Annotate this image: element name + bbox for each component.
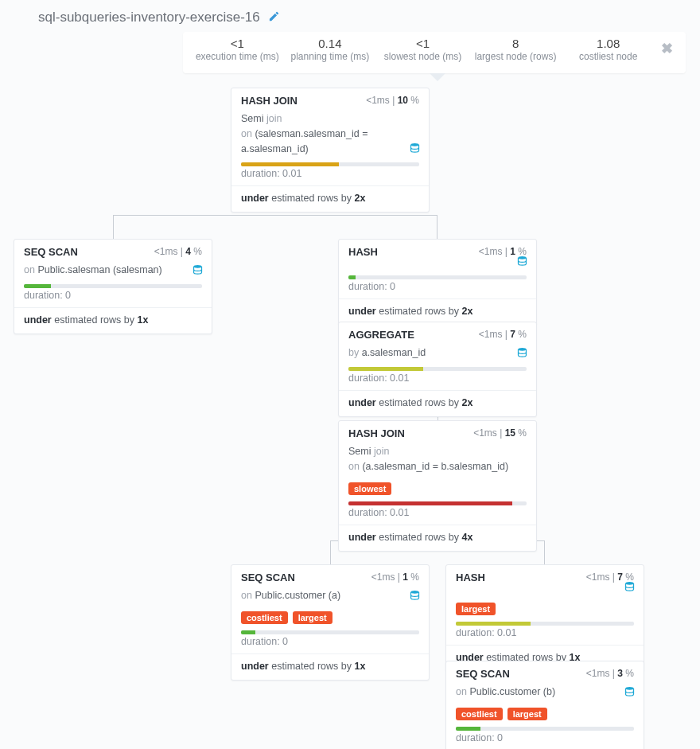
disk-icon [624, 685, 636, 700]
node-hash-2[interactable]: HASH <1ms | 7 % largest duration: 0.01 u… [445, 564, 644, 672]
badge-row: costliest largest [231, 608, 429, 629]
disk-icon [409, 142, 421, 156]
node-detail: by a.salesman_id [339, 344, 536, 365]
disk-icon [409, 589, 421, 603]
svg-point-1 [194, 265, 202, 268]
node-seq-scan-customer-a[interactable]: SEQ SCAN <1ms | 1 % on Public.customer (… [231, 564, 430, 681]
edit-icon[interactable] [268, 10, 280, 25]
stat-value: 0.14 [284, 37, 377, 50]
node-detail: on Public.salesman (salesman) [14, 261, 212, 283]
node-title: SEQ SCAN [241, 572, 295, 583]
svg-point-2 [519, 256, 527, 259]
badge-largest: largest [508, 708, 547, 720]
node-hash-join-inner[interactable]: HASH JOIN <1ms | 15 % Semi join on (a.sa… [338, 420, 537, 552]
badge-row: costliest largest [446, 704, 644, 725]
node-seq-scan-customer-b[interactable]: SEQ SCAN <1ms | 3 % on Public.customer (… [445, 661, 644, 749]
duration-text: duration: 0 [446, 731, 644, 749]
connector [113, 215, 330, 239]
node-meta: <1ms | 4 % [154, 246, 202, 258]
title-bar: sql-subqueries-inventory-exercise-16 [0, 0, 700, 32]
node-meta: <1ms | 1 % [371, 572, 419, 583]
svg-point-0 [411, 143, 419, 146]
duration-text: duration: 0.01 [339, 505, 536, 525]
svg-point-5 [626, 582, 634, 585]
badge-largest: largest [293, 611, 332, 624]
node-title: AGGREGATE [348, 329, 414, 341]
node-hash-1[interactable]: HASH <1ms | 1 % duration: 0 under estima… [338, 239, 537, 326]
node-aggregate[interactable]: AGGREGATE <1ms | 7 % by a.salesman_id du… [338, 322, 537, 417]
stat-exec-time: <1 execution time (ms) [191, 37, 284, 62]
estimate-text: under estimated rows by 4x [339, 525, 536, 551]
disk-icon [192, 263, 204, 278]
node-detail: Semi join on (a.salesman_id = b.salesman… [339, 443, 536, 479]
node-title: HASH JOIN [348, 427, 405, 439]
stat-value: 8 [469, 37, 562, 50]
badge-slowest: slowest [348, 482, 391, 495]
node-hash-join-root[interactable]: HASH JOIN <1ms | 10 % Semi join on (sale… [231, 88, 430, 213]
stat-value: 1.08 [562, 37, 655, 50]
svg-point-6 [626, 687, 634, 690]
duration-text: duration: 0.01 [339, 371, 536, 391]
estimate-text: under estimated rows by 1x [231, 654, 429, 680]
svg-point-3 [519, 348, 527, 351]
node-title: SEQ SCAN [456, 668, 510, 680]
duration-text: duration: 0 [14, 288, 212, 308]
stat-label: costliest node [562, 51, 655, 62]
duration-text: duration: 0 [231, 634, 429, 654]
page-title: sql-subqueries-inventory-exercise-16 [38, 10, 260, 25]
node-meta: <1ms | 3 % [586, 668, 634, 680]
disk-icon [624, 580, 636, 595]
stat-value: <1 [376, 37, 469, 50]
node-seq-scan-salesman[interactable]: SEQ SCAN <1ms | 4 % on Public.salesman (… [14, 239, 212, 334]
node-title: HASH [456, 572, 485, 583]
node-meta: <1ms | 7 % [479, 329, 527, 341]
close-icon[interactable]: ✖ [655, 37, 678, 62]
node-detail: on Public.customer (b) [446, 683, 644, 704]
node-title: HASH [348, 246, 378, 258]
stat-plan-time: 0.14 planning time (ms) [284, 37, 377, 62]
node-detail: on Public.customer (a) [231, 587, 429, 608]
badge-costliest: costliest [456, 708, 503, 720]
node-detail: Semi join on (salesman.salesman_id = a.s… [231, 110, 429, 161]
plan-canvas: HASH JOIN <1ms | 10 % Semi join on (sale… [0, 80, 700, 749]
connector [330, 215, 438, 239]
estimate-text: under estimated rows by 1x [14, 308, 212, 334]
duration-text: duration: 0.01 [231, 166, 429, 186]
node-meta: <1ms | 15 % [473, 427, 527, 439]
badge-costliest: costliest [241, 611, 288, 624]
node-meta: <1ms | 10 % [366, 95, 419, 107]
disk-icon [516, 255, 528, 269]
badge-row: largest [446, 599, 644, 620]
stat-largest: 8 largest node (rows) [469, 37, 562, 62]
stat-costliest: 1.08 costliest node [562, 37, 655, 62]
stats-bar: <1 execution time (ms) 0.14 planning tim… [183, 32, 686, 73]
disk-icon [516, 346, 528, 361]
badge-row: slowest [339, 479, 536, 500]
badge-largest: largest [456, 603, 496, 615]
estimate-text: under estimated rows by 2x [339, 391, 536, 416]
duration-text: duration: 0 [339, 279, 536, 299]
estimate-text: under estimated rows by 2x [231, 186, 429, 212]
svg-point-4 [411, 591, 419, 594]
stat-value: <1 [191, 37, 284, 50]
node-title: SEQ SCAN [24, 246, 78, 258]
stat-label: planning time (ms) [284, 51, 377, 62]
stat-label: execution time (ms) [191, 51, 284, 62]
duration-text: duration: 0.01 [446, 626, 644, 646]
node-title: HASH JOIN [241, 95, 298, 107]
stat-slowest: <1 slowest node (ms) [376, 37, 469, 62]
stat-label: largest node (rows) [469, 51, 562, 62]
stat-label: slowest node (ms) [376, 51, 469, 62]
